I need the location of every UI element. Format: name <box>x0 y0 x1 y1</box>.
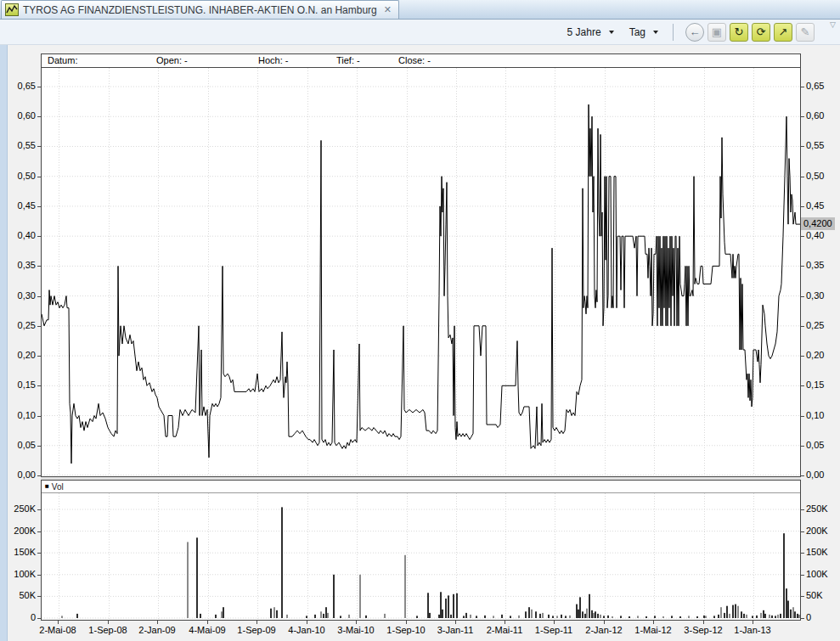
open-external-button[interactable]: ↗ <box>774 23 792 42</box>
date-label: 1-Sep-08 <box>81 625 135 635</box>
volume-y-tick <box>801 531 804 532</box>
volume-bar <box>600 615 601 618</box>
date-tick <box>207 621 208 624</box>
volume-bar <box>542 613 544 618</box>
price-y-label: 0,15 <box>3 380 36 390</box>
volume-bar <box>746 615 747 618</box>
volume-y-tick <box>801 553 804 554</box>
volume-y-label: 250K <box>3 503 36 514</box>
volume-bar <box>732 605 734 618</box>
volume-bar <box>603 616 605 618</box>
volume-bar <box>493 616 494 618</box>
price-y-tick <box>801 446 804 447</box>
price-y-tick <box>37 326 41 327</box>
volume-bar <box>743 614 745 618</box>
price-y-tick <box>801 356 804 357</box>
volume-bar <box>565 616 567 618</box>
back-icon: ← <box>690 26 701 37</box>
price-y-label: 0,60 <box>806 110 824 121</box>
volume-y-label: 100K <box>3 569 36 579</box>
volume-bar <box>359 575 361 618</box>
volume-bar <box>518 616 520 618</box>
volume-bar <box>771 616 773 618</box>
volume-y-label: 150K <box>3 547 36 557</box>
price-y-label: 0,45 <box>3 200 36 211</box>
price-y-tick <box>37 475 41 476</box>
edit-button[interactable]: ✎ <box>796 23 815 42</box>
volume-bar <box>221 611 223 618</box>
save-icon: ▣ <box>712 26 722 37</box>
volume-bar <box>756 616 758 618</box>
price-y-label: 0,15 <box>806 380 824 390</box>
volume-bar <box>429 613 431 618</box>
chart-icon <box>5 3 19 16</box>
interval-dropdown[interactable]: Tag <box>627 25 661 40</box>
volume-bar <box>325 607 327 618</box>
date-tick <box>455 621 456 624</box>
volume-bar <box>440 592 442 618</box>
toolbar: 5 Jahre Tag ←▣↻⟳↗✎ <box>0 20 840 45</box>
reload-button[interactable]: ⟳ <box>752 23 770 42</box>
volume-bar <box>584 614 586 618</box>
volume-bar <box>453 594 454 618</box>
volume-bar <box>582 611 583 618</box>
volume-y-tick <box>37 575 41 576</box>
price-y-tick <box>801 475 804 476</box>
volume-bar <box>696 616 698 618</box>
save-button[interactable]: ▣ <box>708 23 726 42</box>
price-panel[interactable]: Datum: Open: - Hoch: - Tief: - Close: - <box>41 53 801 477</box>
volume-bar <box>525 611 527 618</box>
price-y-tick <box>37 177 41 177</box>
date-label: 1-Mai-12 <box>626 625 680 635</box>
volume-bar <box>591 610 593 618</box>
price-y-label: 0,25 <box>806 320 824 330</box>
volume-bar <box>552 616 554 618</box>
volume-bar <box>578 610 579 618</box>
volume-bar <box>556 616 558 618</box>
volume-bar <box>726 606 728 618</box>
volume-bar <box>548 615 550 618</box>
price-chart[interactable] <box>42 68 800 475</box>
price-y-tick <box>37 446 41 447</box>
volume-bar <box>450 615 452 618</box>
volume-y-tick <box>801 575 804 576</box>
price-y-label: 0,10 <box>3 410 36 420</box>
volume-bar <box>416 616 418 618</box>
volume-y-label: 50K <box>806 590 823 600</box>
volume-bar <box>798 615 800 618</box>
volume-chart[interactable] <box>42 493 800 619</box>
volume-bar <box>306 616 307 618</box>
price-y-tick <box>37 87 41 87</box>
chart-window: TYROS AG FINANZDIENSTLEISTUNG. INHABER-A… <box>0 0 840 641</box>
period-dropdown[interactable]: 5 Jahre <box>565 25 617 40</box>
volume-bar <box>320 611 322 618</box>
date-label: 2-Mai-11 <box>477 625 532 635</box>
volume-bar <box>790 610 792 618</box>
price-y-tick <box>801 146 804 147</box>
volume-y-label: 0 <box>806 612 811 622</box>
refresh-button[interactable]: ↻ <box>730 23 748 42</box>
volume-bar <box>713 616 715 618</box>
view-menu-chevron[interactable]: ▽ <box>830 20 836 29</box>
volume-bar <box>438 615 440 618</box>
volume-bar <box>703 616 705 618</box>
volume-bar <box>314 615 316 618</box>
price-y-tick <box>801 177 804 177</box>
price-y-label: 0,20 <box>3 350 36 360</box>
volume-bar <box>484 616 486 618</box>
volume-panel[interactable]: ■ Vol <box>41 480 801 621</box>
price-y-tick <box>801 385 804 386</box>
date-tick <box>604 621 605 624</box>
refresh-icon: ↻ <box>735 26 744 37</box>
volume-bar <box>200 614 201 618</box>
volume-bar <box>775 616 776 618</box>
date-tick <box>356 621 357 624</box>
chart-tab[interactable]: TYROS AG FINANZDIENSTLEISTUNG. INHABER-A… <box>1 0 399 19</box>
close-icon[interactable]: ✕ <box>384 5 392 14</box>
price-y-tick <box>37 146 41 147</box>
back-button[interactable]: ← <box>685 23 704 42</box>
volume-bar <box>273 607 275 618</box>
volume-bar <box>286 615 288 618</box>
volume-y-label: 200K <box>3 526 36 536</box>
toolbar-separator <box>673 24 674 41</box>
